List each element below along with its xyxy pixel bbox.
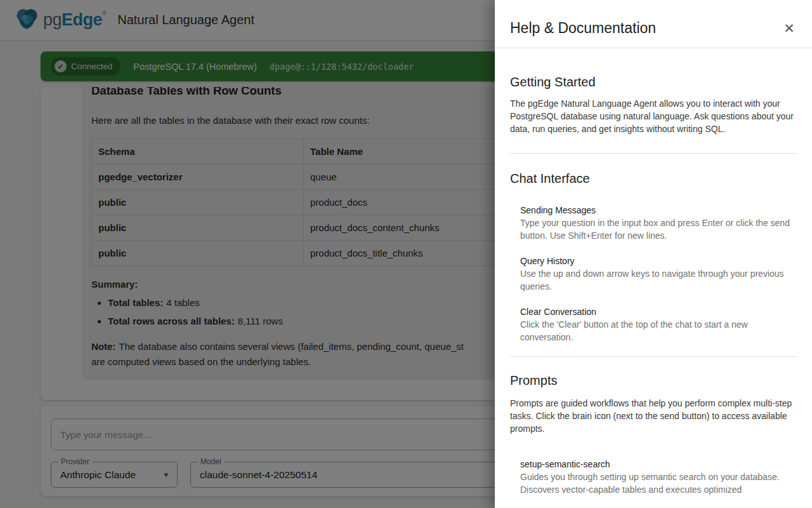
help-drawer-header: Help & Documentation ✕ bbox=[495, 0, 812, 48]
help-item-title: Sending Messages bbox=[520, 204, 797, 217]
help-section-chat-interface: Chat Interface Sending Messages Type you… bbox=[510, 154, 797, 344]
help-item-desc: Type your question in the input box and … bbox=[520, 217, 797, 242]
help-item-title: setup-semantic-search bbox=[520, 458, 797, 471]
help-item-desc: Use the up and down arrow keys to naviga… bbox=[520, 267, 797, 293]
help-item-sending-messages: Sending Messages Type your question in t… bbox=[520, 204, 797, 242]
section-body: Prompts are guided workflows that help y… bbox=[510, 397, 797, 435]
section-heading: Chat Interface bbox=[510, 170, 797, 187]
help-item-title: Clear Conversation bbox=[520, 305, 797, 318]
help-item-desc: Click the 'Clear' button at the top of t… bbox=[520, 318, 797, 344]
section-heading: Prompts bbox=[510, 372, 797, 389]
help-drawer: Help & Documentation ✕ Getting Started T… bbox=[495, 0, 812, 508]
help-item-query-history: Query History Use the up and down arrow … bbox=[520, 255, 797, 293]
help-item-desc: Guides you through setting up semantic s… bbox=[520, 471, 797, 496]
help-section-getting-started: Getting Started The pgEdge Natural Langu… bbox=[510, 48, 797, 135]
help-section-prompts: Prompts Prompts are guided workflows tha… bbox=[510, 357, 797, 496]
close-icon: ✕ bbox=[783, 21, 795, 36]
help-item-clear-conversation: Clear Conversation Click the 'Clear' but… bbox=[520, 305, 797, 344]
help-item-setup-semantic-search: setup-semantic-search Guides you through… bbox=[520, 458, 797, 496]
help-drawer-body: Getting Started The pgEdge Natural Langu… bbox=[495, 48, 812, 496]
section-heading: Getting Started bbox=[510, 74, 797, 91]
help-item-title: Query History bbox=[520, 255, 797, 267]
close-button[interactable]: ✕ bbox=[780, 20, 798, 37]
section-body: The pgEdge Natural Language Agent allows… bbox=[510, 97, 797, 135]
help-drawer-title: Help & Documentation bbox=[510, 19, 797, 37]
app-root: pgEdge® Natural Language Agent ✓ Connect… bbox=[0, 0, 812, 508]
